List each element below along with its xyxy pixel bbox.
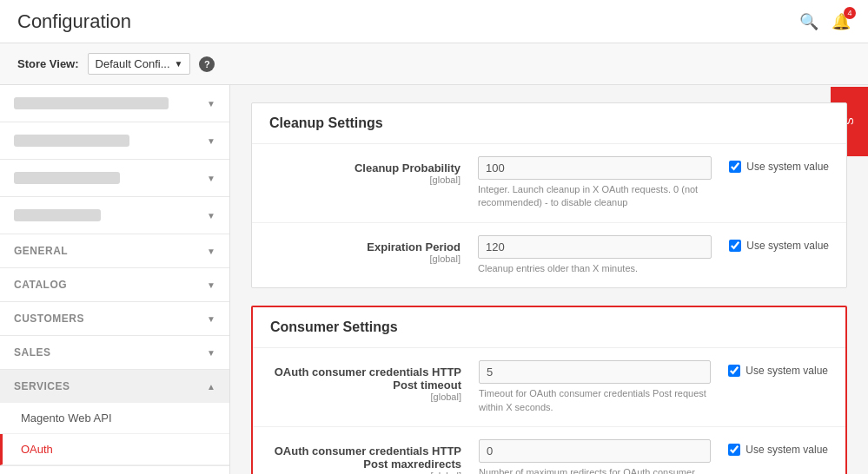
cleanup-probability-input-col: Integer. Launch cleanup in X OAuth reque… [478,156,729,210]
sidebar-label-services: SERVICES [14,380,70,392]
http-timeout-row: OAuth consumer credentials HTTP Post tim… [253,348,845,427]
http-timeout-input[interactable] [479,360,711,384]
http-maxredirects-input-col: Number of maximum redirects for OAuth co… [479,439,728,474]
http-maxredirects-checkbox[interactable] [728,444,740,456]
main-content: Cleanup Settings Cleanup Probability [gl… [230,85,868,474]
http-maxredirects-label-col: OAuth consumer credentials HTTP Post max… [270,439,479,474]
http-timeout-use-label: Use system value [745,365,828,377]
http-timeout-label-col: OAuth consumer credentials HTTP Post tim… [270,360,479,402]
http-timeout-input-col: Timeout for OAuth consumer credentials P… [479,360,728,414]
sidebar-label-sales: SALES [14,346,51,359]
chevron-icon: ▼ [207,314,215,324]
chevron-icon: ▼ [207,136,215,146]
http-timeout-label: OAuth consumer credentials HTTP Post tim… [270,365,461,392]
store-bar: Store View: Default Confi... ▼ ? S [0,43,868,85]
sidebar-blurred-4: ▼ [0,197,229,234]
chevron-icon: ▼ [207,99,215,109]
sidebar-section-sales: SALES ▼ [0,336,229,370]
sidebar-item-sales[interactable]: SALES ▼ [0,336,229,369]
cleanup-probability-label-col: Cleanup Probability [global] [269,156,478,185]
sidebar-section-customers: CUSTOMERS ▼ [0,302,229,336]
chevron-icon: ▼ [207,280,215,290]
cleanup-probability-checkbox[interactable] [729,161,741,173]
cleanup-expiration-use-col: Use system value [729,235,829,252]
sidebar-label-customers: CUSTOMERS [14,313,84,325]
http-timeout-hint: Timeout for OAuth consumer credentials P… [479,387,711,414]
consumer-settings-body: OAuth consumer credentials HTTP Post tim… [253,348,845,474]
http-maxredirects-row: OAuth consumer credentials HTTP Post max… [253,427,845,474]
http-timeout-use-col: Use system value [728,360,828,377]
cleanup-expiration-input-col: Cleanup entries older than X minutes. [478,235,729,275]
search-icon[interactable]: 🔍 [799,12,818,31]
sidebar-item-general[interactable]: GENERAL ▼ [0,234,229,267]
cleanup-expiration-hint: Cleanup entries older than X minutes. [478,262,712,275]
store-view-value: Default Confi... [96,57,170,70]
cleanup-probability-hint: Integer. Launch cleanup in X OAuth reque… [478,183,712,210]
cleanup-expiration-use-label: Use system value [746,240,829,252]
cleanup-probability-use-label: Use system value [746,161,829,173]
cleanup-settings-body: Cleanup Probability [global] Integer. La… [252,144,846,287]
chevron-icon: ▼ [207,211,215,221]
sidebar: ▼ ▼ ▼ ▼ [0,85,230,474]
sidebar-label-general: GENERAL [14,245,68,257]
help-icon[interactable]: ? [199,56,215,72]
chevron-up-icon: ▲ [207,382,215,392]
cleanup-settings-title: Cleanup Settings [252,103,846,144]
http-maxredirects-label: OAuth consumer credentials HTTP Post max… [270,444,461,471]
notifications-icon[interactable]: 🔔 4 [832,12,851,31]
top-bar: Configuration 🔍 🔔 4 [0,0,868,43]
http-maxredirects-use-label: Use system value [745,444,828,456]
cleanup-expiration-label: Expiration Period [269,240,461,253]
http-maxredirects-hint: Number of maximum redirects for OAuth co… [479,466,711,474]
cleanup-expiration-scope: [global] [269,253,461,264]
sidebar-section-services: SERVICES ▲ Magento Web API OAuth [0,370,229,466]
store-view-label: Store View: [17,57,79,70]
sidebar-item-catalog[interactable]: CATALOG ▼ [0,268,229,301]
page-title: Configuration [17,10,131,33]
cleanup-expiration-input[interactable] [478,235,712,259]
cleanup-probability-use-col: Use system value [729,156,829,173]
sidebar-label-catalog: CATALOG [14,279,67,291]
sidebar-section-general: GENERAL ▼ [0,234,229,268]
layout: ▼ ▼ ▼ ▼ [0,85,868,474]
sidebar-blurred-bottom [0,466,229,474]
sidebar-blurred-2: ▼ [0,122,229,160]
chevron-icon: ▼ [207,174,215,183]
store-view-select[interactable]: Default Confi... ▼ [88,53,191,75]
http-maxredirects-scope: [global] [270,471,461,474]
cleanup-expiration-label-col: Expiration Period [global] [269,235,478,264]
http-timeout-checkbox[interactable] [728,365,740,377]
sidebar-item-customers[interactable]: CUSTOMERS ▼ [0,302,229,335]
consumer-settings-box: Consumer Settings OAuth consumer credent… [251,306,847,474]
consumer-settings-title: Consumer Settings [253,307,845,348]
cleanup-probability-label: Cleanup Probability [269,161,461,174]
cleanup-settings-box: Cleanup Settings Cleanup Probability [gl… [251,102,847,288]
cleanup-probability-scope: [global] [269,174,461,185]
http-maxredirects-input[interactable] [479,439,711,463]
chevron-icon: ▼ [207,247,215,256]
notification-badge: 4 [844,7,856,19]
chevron-down-icon: ▼ [175,59,183,69]
sidebar-blurred-3: ▼ [0,160,229,197]
sidebar-item-services[interactable]: SERVICES ▲ [0,370,229,403]
sidebar-item-magento-web-api[interactable]: Magento Web API [0,403,229,434]
chevron-icon: ▼ [207,348,215,358]
cleanup-expiration-checkbox[interactable] [729,240,741,252]
sidebar-blurred-1: ▼ [0,85,229,122]
cleanup-expiration-row: Expiration Period [global] Cleanup entri… [252,223,846,287]
http-maxredirects-use-col: Use system value [728,439,828,456]
sidebar-section-catalog: CATALOG ▼ [0,268,229,302]
http-timeout-scope: [global] [270,392,461,402]
sidebar-item-oauth[interactable]: OAuth [0,434,229,465]
cleanup-probability-row: Cleanup Probability [global] Integer. La… [252,144,846,223]
cleanup-probability-input[interactable] [478,156,712,180]
top-bar-icons: 🔍 🔔 4 [799,12,851,31]
